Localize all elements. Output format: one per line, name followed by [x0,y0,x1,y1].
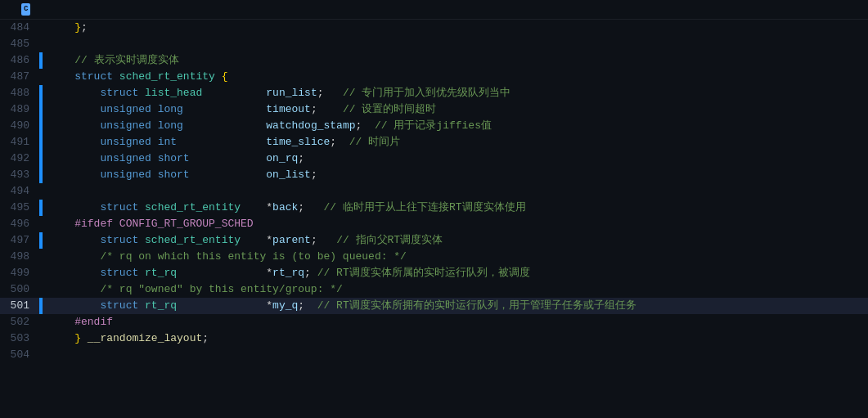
line-num-496: 496 [0,216,39,232]
line-content-503: } __randomize_layout; [43,330,868,347]
line-content-497: struct sched_rt_entity *parent; // 指向父RT… [43,232,868,249]
code-line-493: 493 unsigned short on_list; [0,167,868,183]
code-line-504: 504 [0,347,868,363]
c-language-icon: C [21,3,30,16]
line-content-504 [43,347,868,363]
line-num-501: 501 [0,298,39,314]
line-num-498: 498 [0,249,39,265]
line-content-496: #ifdef CONFIG_RT_GROUP_SCHED [43,216,868,232]
code-line-492: 492 unsigned short on_rq; [0,151,868,167]
line-num-502: 502 [0,314,39,330]
line-num-494: 494 [0,183,39,200]
line-content-498: /* rq on which this entity is (to be) qu… [43,249,868,265]
code-line-497: 497 struct sched_rt_entity *parent; // 指… [0,232,868,249]
line-num-484: 484 [0,20,39,36]
code-line-484: 484 }; [0,20,868,36]
line-content-501: struct rt_rq *my_q; // RT调度实体所拥有的实时运行队列，… [43,298,868,314]
line-num-499: 499 [0,265,39,281]
line-content-487: struct sched_rt_entity { [43,69,868,85]
code-line-498: 498 /* rq on which this entity is (to be… [0,249,868,265]
line-num-489: 489 [0,101,39,118]
code-line-488: 488 struct list_head run_list; // 专门用于加入… [0,85,868,101]
code-line-490: 490 unsigned long watchdog_stamp; // 用于记… [0,118,868,134]
line-content-490: unsigned long watchdog_stamp; // 用于记录jif… [43,118,868,134]
code-line-501: 501 struct rt_rq *my_q; // RT调度实体所拥有的实时运… [0,298,868,314]
line-num-492: 492 [0,151,39,167]
line-num-500: 500 [0,281,39,298]
code-line-491: 491 unsigned int time_slice; // 时间片 [0,134,868,151]
line-num-490: 490 [0,118,39,134]
code-line-499: 499 struct rt_rq *rt_rq; // RT调度实体所属的实时运… [0,265,868,281]
line-content-495: struct sched_rt_entity *back; // 临时用于从上往… [43,200,868,216]
code-editor: 484 }; 485 486 // 表示实时调度实体 487 struct sc… [0,20,868,418]
line-content-499: struct rt_rq *rt_rq; // RT调度实体所属的实时运行队列，… [43,265,868,281]
line-content-484: }; [43,20,868,36]
line-num-491: 491 [0,134,39,151]
line-num-503: 503 [0,330,39,347]
line-num-497: 497 [0,232,39,249]
code-line-486: 486 // 表示实时调度实体 [0,52,868,69]
line-num-487: 487 [0,69,39,85]
line-content-502: #endif [43,314,868,330]
line-num-488: 488 [0,85,39,101]
line-content-492: unsigned short on_rq; [43,151,868,167]
line-content-491: unsigned int time_slice; // 时间片 [43,134,868,151]
code-line-489: 489 unsigned long timeout; // 设置的时间超时 [0,101,868,118]
breadcrumb: C [0,0,868,20]
code-line-494: 494 [0,183,868,200]
line-num-504: 504 [0,347,39,363]
code-line-487: 487 struct sched_rt_entity { [0,69,868,85]
line-content-493: unsigned short on_list; [43,167,868,183]
line-content-488: struct list_head run_list; // 专门用于加入到优先级… [43,85,868,101]
code-line-496: 496 #ifdef CONFIG_RT_GROUP_SCHED [0,216,868,232]
line-content-494 [43,183,868,200]
line-num-493: 493 [0,167,39,183]
line-num-486: 486 [0,52,39,69]
line-content-486: // 表示实时调度实体 [43,52,868,69]
code-line-503: 503 } __randomize_layout; [0,330,868,347]
code-line-500: 500 /* rq "owned" by this entity/group: … [0,281,868,298]
code-line-485: 485 [0,36,868,52]
code-line-495: 495 struct sched_rt_entity *back; // 临时用… [0,200,868,216]
line-num-495: 495 [0,200,39,216]
line-num-485: 485 [0,36,39,52]
line-content-489: unsigned long timeout; // 设置的时间超时 [43,101,868,118]
line-content-485 [43,36,868,52]
code-line-502: 502 #endif [0,314,868,330]
line-content-500: /* rq "owned" by this entity/group: */ [43,281,868,298]
